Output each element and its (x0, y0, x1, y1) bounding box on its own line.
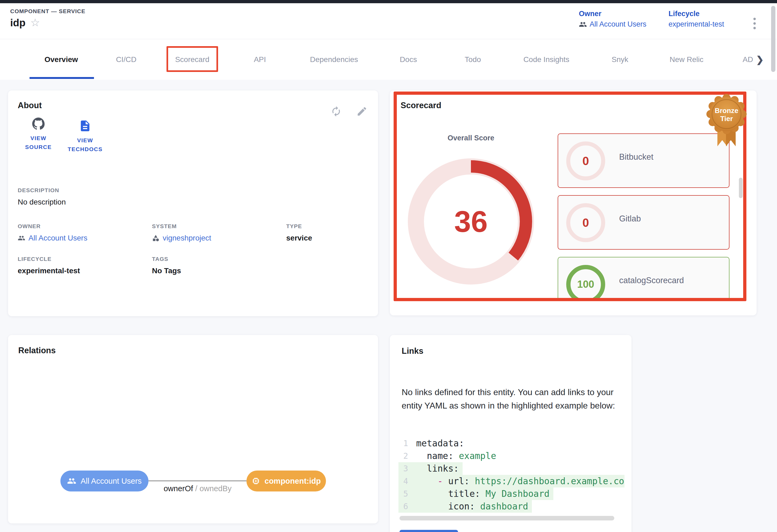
tab-api[interactable]: API (254, 39, 266, 80)
page-scrollbar-thumb[interactable] (771, 6, 775, 72)
relation-edge (148, 481, 246, 481)
tab-dependencies[interactable]: Dependencies (310, 39, 358, 80)
about-card: About VIEW SOURCE VIEW TECHDOCS DESCRIPT… (8, 91, 378, 316)
lifecycle-field-label: LIFECYCLE (18, 256, 80, 262)
relation-node-component[interactable]: component:idp (246, 471, 326, 492)
refresh-icon[interactable] (330, 105, 343, 118)
lifecycle-label: Lifecycle (669, 10, 724, 18)
code-line: 6 icon: dashboard (399, 500, 532, 513)
scorecard-title: Scorecard (401, 101, 441, 110)
entity-page: COMPONENT — SERVICE idp ☆ Owner All Acco… (0, 0, 777, 532)
links-title: Links (402, 346, 423, 356)
people-icon (18, 234, 25, 242)
code-horizontal-scrollbar-thumb[interactable] (400, 516, 614, 520)
people-icon (579, 20, 587, 28)
type-field-label: TYPE (286, 223, 312, 230)
badge-line1: Bronze (715, 107, 738, 115)
tab-snyk[interactable]: Snyk (612, 39, 628, 80)
yaml-example-code: 1metadata:2 name: example3 links:4 - url… (399, 437, 625, 513)
overall-score-gauge: 36 (407, 157, 535, 286)
entity-tab-bar: OverviewCI/CDScorecardAPIDependenciesDoc… (0, 39, 777, 80)
scorecard-card: Scorecard Bronze Tier Overall Score (390, 91, 757, 315)
links-empty-message: No links defined for this entity. You ca… (402, 385, 625, 412)
tab-todo[interactable]: Todo (465, 39, 481, 80)
overall-score-value: 36 (407, 157, 535, 286)
view-techdocs-label: VIEW TECHDOCS (68, 136, 103, 153)
tab-ci-cd[interactable]: CI/CD (116, 39, 136, 80)
code-line: 3 links: (399, 462, 463, 475)
favorite-star-icon[interactable]: ☆ (30, 17, 40, 28)
relation-edge-label: ownerOf / ownedBy (148, 484, 247, 493)
owner-field-label: OWNER (18, 223, 87, 230)
people-icon (67, 477, 76, 486)
type-field-value: service (286, 234, 312, 242)
chip-icon (251, 477, 260, 485)
tags-field-value: No Tags (152, 267, 181, 275)
view-source-label: VIEW SOURCE (21, 134, 56, 151)
scorecard-item-catalogscorecard[interactable]: 100 catalogScorecard (558, 257, 730, 301)
code-line: 4 - url: https://dashboard.example.com (399, 475, 625, 488)
scorecard-item-gitlab[interactable]: 0 Gitlab (558, 195, 730, 250)
relation-node-component-label: component:idp (264, 477, 321, 486)
tabs-scroll-right-chevron-icon[interactable]: ❯ (756, 39, 764, 80)
tab-ad[interactable]: AD (743, 39, 757, 80)
browser-top-bar (0, 0, 777, 3)
links-card: Links No links defined for this entity. … (390, 335, 632, 532)
view-source-link[interactable]: VIEW SOURCE (21, 117, 56, 151)
lifecycle-value: experimental-test (669, 20, 724, 28)
score-gauge: 0 (566, 203, 605, 242)
score-gauge: 100 (566, 265, 605, 301)
code-line: 1metadata: (399, 437, 625, 449)
edit-icon[interactable] (355, 105, 368, 118)
links-action-button[interactable] (400, 530, 458, 532)
badge-line2: Tier (720, 115, 733, 123)
tab-code-insights[interactable]: Code Insights (523, 39, 569, 80)
relations-title: Relations (18, 346, 56, 355)
code-line: 5 title: My Dashboard (399, 488, 553, 500)
tab-new-relic[interactable]: New Relic (670, 39, 703, 80)
relations-card: Relations All Account Users component:id… (8, 335, 378, 523)
github-icon (32, 117, 45, 130)
active-tab-underline (29, 77, 94, 79)
relation-node-owner-label: All Account Users (81, 477, 141, 486)
page-title: idp (10, 17, 25, 29)
lifecycle-field-value: experimental-test (18, 267, 80, 275)
bronze-tier-badge: Bronze Tier (703, 93, 750, 148)
techdocs-icon (79, 119, 92, 132)
breadcrumb: COMPONENT — SERVICE (10, 8, 85, 14)
description-label: DESCRIPTION (18, 187, 66, 193)
owner-label: Owner (579, 10, 647, 18)
about-title: About (18, 101, 42, 110)
system-field-link[interactable]: vigneshproject (152, 234, 211, 242)
kebab-menu-icon[interactable] (752, 16, 757, 31)
scorecard-list: 0 Bitbucket 0 Gitlab 100 catalogScorecar… (558, 133, 730, 301)
tab-docs[interactable]: Docs (400, 39, 417, 80)
owner-link[interactable]: All Account Users (579, 20, 647, 28)
relation-node-owner[interactable]: All Account Users (61, 471, 148, 492)
scorecard-list-scrollbar-thumb[interactable] (739, 178, 743, 198)
entity-header: COMPONENT — SERVICE idp ☆ Owner All Acco… (0, 3, 777, 39)
system-icon (152, 234, 159, 242)
system-field-label: SYSTEM (152, 223, 211, 230)
owner-value: All Account Users (589, 20, 647, 28)
tags-field-label: TAGS (152, 256, 181, 262)
view-techdocs-link[interactable]: VIEW TECHDOCS (68, 119, 103, 153)
tab-scorecard[interactable]: Scorecard (175, 39, 209, 80)
overall-score-label: Overall Score (407, 134, 535, 142)
tab-overview[interactable]: Overview (44, 39, 78, 80)
owner-field-link[interactable]: All Account Users (18, 234, 87, 242)
score-gauge: 0 (566, 141, 605, 180)
code-line: 2 name: example (399, 449, 625, 462)
description-value: No description (18, 198, 66, 207)
